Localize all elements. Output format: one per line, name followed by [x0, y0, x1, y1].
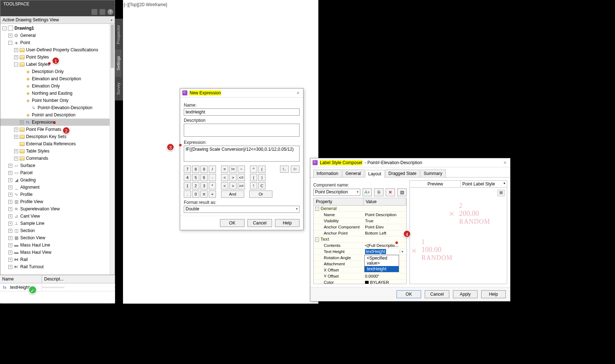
expand-icon[interactable]: + — [8, 185, 12, 189]
tree-scrollbar[interactable] — [110, 24, 115, 303]
node-profile-view[interactable]: +▥Profile View — [0, 198, 115, 205]
collapse-icon[interactable]: - — [315, 207, 319, 211]
calc-fn-btn[interactable]: f₊ — [280, 166, 289, 173]
viewport-controls[interactable]: [–][Top][2D Wireframe] — [124, 2, 167, 7]
prop-value[interactable]: BYLAYER — [364, 280, 406, 284]
node-cant-view[interactable]: +⊿Cant View — [0, 213, 115, 220]
expand-icon[interactable]: + — [8, 207, 12, 211]
expand-icon[interactable]: + — [14, 135, 18, 139]
calc-btn[interactable]: ( — [250, 174, 257, 181]
node-pff[interactable]: +Point File Formats — [0, 126, 115, 133]
dropdown-item[interactable]: <Specified value> — [365, 255, 399, 266]
expand-icon[interactable]: + — [8, 171, 12, 175]
ok-button[interactable]: OK — [220, 219, 245, 227]
expand-icon[interactable]: + — [8, 229, 12, 233]
prop-value[interactable]: 0.0000" — [364, 274, 406, 278]
dialog-titlebar[interactable]: New Expression × — [180, 89, 303, 98]
dropdown-icon[interactable]: ▾ — [400, 250, 405, 253]
collapse-icon[interactable]: - — [315, 237, 319, 241]
expand-icon[interactable]: + — [8, 164, 12, 168]
node-edr[interactable]: External Data References — [0, 140, 115, 147]
node-section[interactable]: +◫Section — [0, 227, 115, 234]
dropdown-item[interactable]: textHeight — [365, 266, 399, 272]
node-general[interactable]: +⚙General — [0, 32, 115, 39]
node-mh-view[interactable]: +▬Mass Haul View — [0, 249, 115, 256]
toolbar-icon-2[interactable] — [99, 9, 105, 15]
prop-value[interactable]: True — [364, 219, 406, 223]
calc-btn[interactable]: 4 — [184, 174, 191, 181]
prop-row[interactable]: ColorBYLAYER — [314, 279, 406, 284]
calc-btn[interactable]: / — [209, 166, 216, 173]
tab-general[interactable]: General — [342, 170, 364, 177]
ls-north-east[interactable]: ◈Northing and Easting — [0, 90, 115, 97]
ls-desc-only[interactable]: ◈Description Only — [0, 68, 115, 75]
expand-icon[interactable]: - — [14, 63, 18, 67]
cancel-button[interactable]: Cancel — [247, 219, 272, 227]
add-component-icon[interactable]: A+ — [362, 188, 372, 196]
tab-layout[interactable]: Layout — [365, 170, 385, 177]
expand-icon[interactable]: + — [14, 128, 18, 132]
ls-ped[interactable]: ↳Point#-Elevation-Description — [0, 104, 115, 111]
calc-btn[interactable]: > — [229, 174, 237, 181]
ls-elev-desc[interactable]: ◈Elevation and Description — [0, 75, 115, 82]
expand-icon[interactable]: + — [8, 243, 12, 247]
node-alignment[interactable]: +⎯Alignment — [0, 184, 115, 191]
preview-style-select[interactable]: Point Label Style — [461, 181, 507, 187]
node-dks[interactable]: +Description Key Sets — [0, 133, 115, 140]
expand-icon[interactable]: + — [8, 265, 12, 269]
calc-btn[interactable]: = — [221, 166, 228, 173]
tab-information[interactable]: Information — [313, 170, 342, 177]
node-sample-line[interactable]: +⊥Sample Line — [0, 220, 115, 227]
calc-btn[interactable]: < — [221, 174, 228, 181]
copy-component-icon[interactable]: ⎘ — [374, 188, 383, 196]
help-icon[interactable]: ? — [107, 9, 113, 15]
expand-icon[interactable]: + — [14, 48, 18, 52]
col-desc[interactable]: Descript... — [42, 275, 115, 283]
calc-btn[interactable]: ( — [258, 166, 266, 173]
prop-row[interactable]: Contents<[Full Descriptio... — [314, 243, 406, 249]
text-height-dropdown[interactable]: <Specified value>textHeight — [364, 255, 399, 272]
calc-btn[interactable]: > — [229, 182, 237, 189]
calc-btn[interactable]: 8 — [192, 166, 199, 173]
node-udpc[interactable]: +User-Defined Property Classifications — [0, 46, 115, 53]
calc-btn[interactable]: ~ — [238, 166, 245, 173]
settings-tree[interactable]: -Drawing1+⚙General-◈Point+User-Defined P… — [0, 24, 115, 303]
ls-elev-only[interactable]: ◈Elevation Only — [0, 82, 115, 90]
expand-icon[interactable]: + — [20, 120, 24, 124]
format-select[interactable]: Double — [184, 206, 300, 213]
prop-value[interactable]: textHeight▾ — [364, 249, 406, 254]
close-icon[interactable]: × — [502, 160, 508, 166]
prop-value[interactable]: <[Full Descriptio... — [364, 243, 406, 248]
expand-icon[interactable]: + — [8, 250, 12, 254]
calc-btn[interactable]: 9 — [200, 166, 208, 173]
tab-settings[interactable]: Settings — [115, 50, 122, 76]
calc-btn[interactable]: 6 — [200, 174, 208, 181]
calc-btn[interactable]: 2 — [192, 182, 199, 189]
prop-row[interactable]: Anchor PointBottom Left — [314, 230, 406, 236]
expand-icon[interactable]: + — [8, 258, 12, 262]
prop-row[interactable]: NamePoint Description — [314, 212, 406, 218]
cancel-button[interactable]: Cancel — [425, 290, 449, 298]
tab-prospector[interactable]: Prospector — [115, 19, 122, 50]
ls-pn-only[interactable]: ◈Point Number Only — [0, 97, 115, 104]
calc-btn[interactable]: . — [184, 190, 191, 198]
calc-btn[interactable]: * — [209, 182, 216, 189]
lsc-titlebar[interactable]: Label Style Composer - Point#-Elevation-… — [310, 158, 510, 167]
close-icon[interactable]: × — [295, 90, 301, 96]
tab-dragged-state[interactable]: Dragged State — [385, 170, 420, 177]
calc-fn-btn[interactable]: f× — [291, 166, 300, 173]
node-grading[interactable]: +◢Grading — [0, 176, 115, 184]
expand-icon[interactable]: + — [8, 178, 12, 182]
expand-icon[interactable]: + — [8, 236, 12, 240]
calc-btn[interactable]: <= — [238, 174, 245, 181]
delete-component-icon[interactable]: ✕ — [386, 188, 395, 196]
calc-btn[interactable]: 7 — [184, 166, 191, 173]
node-commands[interactable]: +Commands — [0, 155, 115, 162]
help-button[interactable]: Help — [275, 219, 300, 227]
help-button[interactable]: Help — [481, 290, 506, 298]
node-expressions[interactable]: +fxExpressions — [0, 119, 115, 126]
prop-value[interactable]: Point Description — [364, 213, 406, 217]
calc-btn[interactable]: 5 — [192, 174, 199, 181]
expand-icon[interactable]: + — [14, 157, 18, 160]
calc-btn[interactable]: ^ — [250, 166, 257, 173]
